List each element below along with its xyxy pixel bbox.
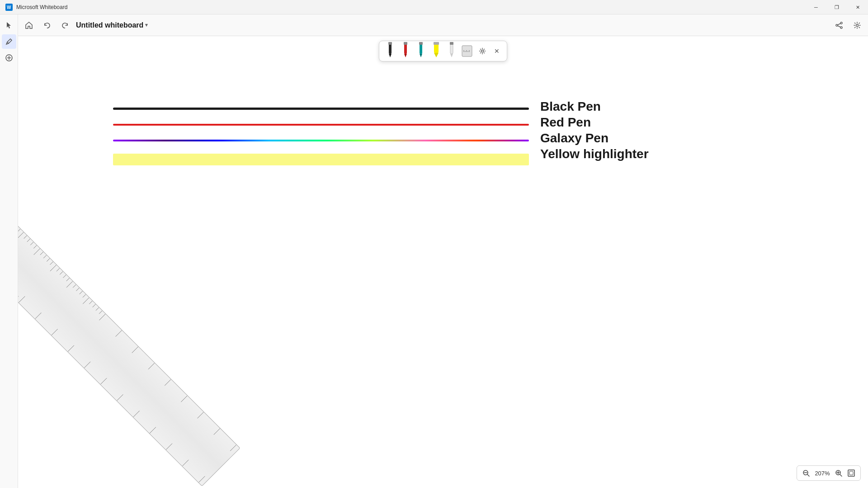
pen-tool-button[interactable] — [2, 34, 16, 49]
settings-button[interactable] — [850, 18, 864, 33]
share-icon — [835, 21, 843, 29]
black-pen-label: Black Pen — [540, 99, 601, 114]
svg-line-100 — [35, 313, 42, 319]
svg-line-56 — [66, 281, 73, 287]
settings-icon — [853, 21, 861, 29]
home-button[interactable] — [22, 18, 36, 33]
app-icon: W — [5, 4, 13, 11]
redo-icon — [61, 21, 69, 29]
pen-icon — [5, 38, 13, 46]
yellow-highlighter-label: Yellow highlighter — [540, 147, 649, 161]
whiteboard-title[interactable]: Untitled whiteboard ▾ — [76, 21, 148, 29]
restore-button[interactable]: ❐ — [826, 0, 847, 14]
home-icon — [25, 21, 33, 29]
add-tool-button[interactable] — [2, 51, 16, 65]
svg-point-4 — [840, 27, 842, 28]
svg-line-78 — [33, 245, 37, 249]
ruler-body: /* placeholder — ticks drawn below */ — [18, 199, 241, 486]
eraser-item[interactable] — [445, 44, 458, 58]
teal-pen-item[interactable] — [415, 44, 427, 58]
svg-line-74 — [18, 229, 20, 232]
svg-marker-23 — [434, 53, 439, 57]
svg-line-88 — [76, 288, 79, 291]
svg-line-126 — [18, 296, 19, 299]
svg-line-5 — [838, 23, 840, 25]
yellow-highlighter-item[interactable] — [430, 44, 443, 58]
svg-line-109 — [182, 460, 189, 466]
zoom-in-button[interactable] — [833, 468, 844, 479]
svg-point-3 — [836, 24, 838, 26]
svg-point-7 — [856, 24, 859, 26]
svg-line-60 — [132, 347, 138, 353]
svg-rect-21 — [419, 42, 423, 45]
red-pen-item[interactable] — [399, 44, 412, 58]
svg-line-75 — [24, 235, 27, 239]
ruler[interactable]: /* placeholder — ticks drawn below */ — [18, 199, 241, 486]
pen-close-button[interactable]: ✕ — [491, 46, 502, 56]
svg-line-85 — [63, 275, 66, 278]
fit-to-screen-icon — [848, 469, 855, 477]
left-toolbar — [0, 14, 18, 488]
minimize-button[interactable]: ─ — [806, 0, 826, 14]
svg-line-82 — [50, 262, 53, 265]
window-controls: ─ ❐ ✕ — [806, 0, 868, 14]
svg-marker-20 — [420, 54, 422, 57]
header-right-controls — [832, 18, 864, 33]
svg-line-131 — [840, 474, 842, 476]
svg-line-106 — [133, 411, 140, 417]
svg-line-61 — [148, 363, 155, 369]
svg-line-83 — [57, 268, 60, 271]
svg-line-104 — [100, 378, 107, 385]
pen-settings-button[interactable] — [476, 45, 489, 57]
svg-line-63 — [181, 396, 187, 402]
ruler-item[interactable] — [461, 44, 473, 58]
svg-line-110 — [198, 476, 205, 483]
black-pen-item[interactable] — [384, 44, 396, 58]
svg-text:W: W — [7, 5, 11, 10]
title-text: Untitled whiteboard — [76, 21, 143, 29]
zoom-out-button[interactable] — [801, 468, 811, 479]
galaxy-pen-label: Galaxy Pen — [540, 131, 609, 145]
svg-line-107 — [150, 427, 156, 433]
black-pen-line — [113, 108, 529, 110]
svg-line-94 — [99, 311, 102, 314]
svg-line-64 — [198, 412, 204, 418]
svg-rect-28 — [462, 46, 472, 56]
svg-line-53 — [18, 232, 24, 239]
share-button[interactable] — [832, 18, 846, 33]
svg-line-77 — [30, 242, 33, 245]
svg-line-65 — [214, 428, 220, 435]
svg-line-105 — [117, 394, 123, 401]
svg-rect-134 — [848, 470, 854, 476]
svg-rect-27 — [450, 42, 453, 45]
undo-button[interactable] — [40, 18, 54, 33]
select-tool-button[interactable] — [2, 18, 16, 33]
svg-line-87 — [73, 285, 76, 288]
titlebar: W Microsoft Whiteboard ─ ❐ ✕ — [0, 0, 868, 14]
undo-icon — [43, 21, 51, 29]
canvas-area[interactable]: ✕ Black Pen Red Pen Galaxy Pen Yellow hi… — [18, 36, 868, 488]
svg-line-99 — [19, 296, 25, 303]
zoom-fit-button[interactable] — [846, 468, 857, 479]
redo-button[interactable] — [58, 18, 72, 33]
title-chevron: ▾ — [145, 22, 148, 28]
svg-line-79 — [40, 252, 43, 255]
svg-line-102 — [68, 345, 74, 352]
svg-marker-8 — [7, 22, 11, 28]
svg-line-128 — [807, 474, 809, 476]
svg-line-103 — [84, 361, 90, 368]
svg-line-59 — [116, 330, 122, 337]
svg-line-101 — [52, 329, 58, 335]
app-title: Microsoft Whiteboard — [16, 4, 67, 10]
svg-rect-15 — [388, 42, 392, 45]
svg-line-58 — [99, 314, 105, 320]
yellow-highlighter-line — [113, 154, 529, 165]
zoom-in-icon — [835, 469, 842, 477]
close-button[interactable]: ✕ — [847, 0, 868, 14]
zoom-out-icon — [802, 469, 810, 477]
svg-line-108 — [166, 443, 172, 450]
svg-line-89 — [80, 291, 83, 294]
cursor-icon — [5, 21, 13, 29]
svg-line-62 — [165, 380, 171, 386]
svg-marker-26 — [450, 54, 453, 57]
